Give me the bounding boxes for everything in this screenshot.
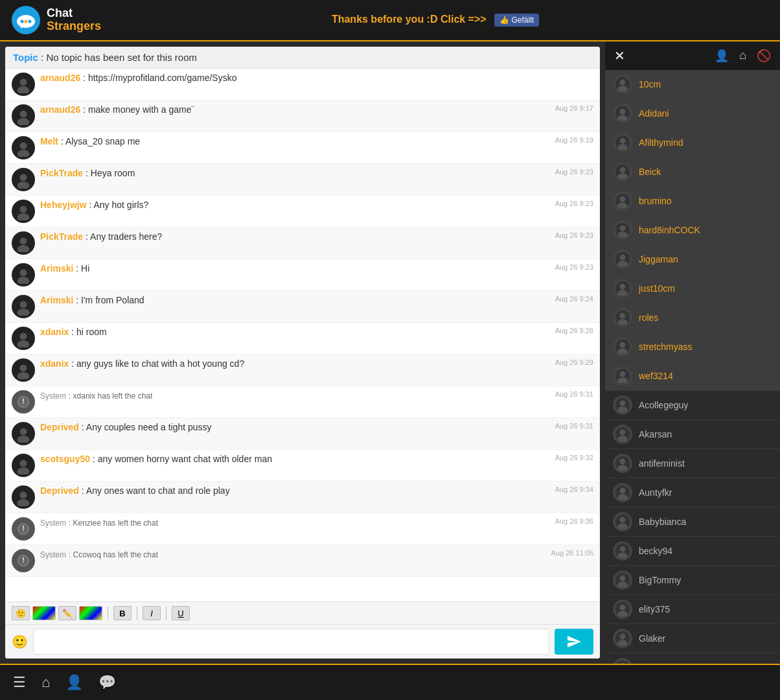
user-name: becky94 [639,546,672,556]
user-name: Glaker [639,633,665,644]
user-avatar-icon [615,281,630,296]
ban-icon[interactable]: 🚫 [757,49,771,63]
header-center: Thanks before you :D Click =>> 👍 Gefällt [101,14,770,27]
user-list-item[interactable]: BigTommy [605,566,780,595]
username[interactable]: Deprived [40,485,79,496]
bold-button[interactable]: B [113,606,132,620]
user-avatar [613,600,632,619]
user-list-item[interactable]: Acollegeguy [605,391,780,420]
username[interactable]: Heheyjwjw [40,200,87,210]
user-avatar [613,75,632,94]
edit-button[interactable]: ✏️ [58,606,76,620]
user-avatar [12,231,35,255]
chat-nav-button[interactable]: 💬 [98,674,116,691]
svg-point-54 [620,109,626,115]
username[interactable]: scotsguy50 [40,454,90,464]
toolbar-separator [108,607,108,620]
user-list-item[interactable]: Beick [605,158,780,187]
timestamp: Aug 26 9:23 [555,168,593,176]
timestamp: Aug 26 9:17 [555,104,593,112]
user-list-item[interactable]: Afilthymind [605,128,780,158]
user-avatar-icon [615,515,630,529]
username[interactable]: arnaud26 [40,104,80,115]
user-name: Acollegeguy [639,400,688,410]
user-list-item[interactable]: Adidani [605,99,780,128]
message-content: Heheyjwjw : Any hot girls? [40,200,593,210]
svg-point-24 [20,269,27,276]
user-list-item[interactable]: Glaker [605,624,780,653]
sidebar-icons: 👤 ⌂ 🚫 [715,49,771,63]
sidebar-header: ✕ 👤 ⌂ 🚫 [605,41,780,70]
user-list-item[interactable]: wef3214 [605,362,780,391]
user-avatar-icon [615,456,630,471]
bottom-nav: ☰ ⌂ 👤 💬 [0,664,780,700]
user-avatar-icon [615,369,630,383]
user-list-item[interactable]: Danny45 [605,653,780,664]
like-button[interactable]: 👍 Gefällt [494,14,539,27]
message-content: Melt : Alysa_20 snap me [40,136,593,146]
username[interactable]: PickTrade [40,231,83,242]
user-avatar-icon [615,194,630,208]
home-icon[interactable]: ⌂ [739,49,746,63]
message-item: PickTrade : Any traders here? Aug 26 9:2… [5,228,600,259]
main-layout: Topic : No topic has been set for this r… [0,41,780,664]
user-list-item[interactable]: roles [605,303,780,332]
user-nav-button[interactable]: 👤 [65,674,83,691]
color-button[interactable] [32,606,56,620]
menu-button[interactable]: ☰ [13,674,26,691]
username[interactable]: PickTrade [40,168,83,178]
user-list-item[interactable]: brumino [605,187,780,216]
italic-button[interactable]: I [143,606,161,620]
user-list-item[interactable]: 10cm [605,70,780,99]
svg-point-3 [25,20,28,23]
user-list-item[interactable]: antifeminist [605,449,780,478]
user-list-item[interactable]: just10cm [605,274,780,303]
color-button-2[interactable] [79,606,102,620]
logo-icon [10,5,41,36]
messages-container[interactable]: arnaud26 : https://myprofitland.com/game… [5,69,600,601]
user-list-item[interactable]: Akarsan [605,420,780,449]
message-text: : Any traders here? [86,231,162,242]
user-profile-icon[interactable]: 👤 [715,49,729,63]
user-list-item[interactable]: hard8inhCOCK [605,216,780,245]
username[interactable]: Deprived [40,422,79,432]
close-button[interactable]: ✕ [614,48,625,64]
username[interactable]: Arimski [40,295,73,305]
svg-point-60 [620,167,626,173]
user-avatar [613,279,632,298]
user-list-item[interactable]: becky94 [605,537,780,566]
username[interactable]: arnaud26 [40,73,80,83]
emoji-button[interactable]: 🙂 [12,634,28,649]
user-list-item[interactable]: stretchmyass [605,332,780,362]
user-list[interactable]: 10cm Adidani Afilthymind B [605,70,780,664]
message-content: System : Ccowoq has left the chat [40,549,593,559]
topic-bar: Topic : No topic has been set for this r… [5,47,600,69]
avatar-icon [14,234,32,252]
svg-point-105 [620,605,626,611]
username[interactable]: Arimski [40,263,73,274]
avatar-icon [14,170,32,189]
user-avatar-icon [615,106,630,121]
user-list-item[interactable]: Babybianca [605,508,780,537]
underline-button[interactable]: U [172,606,190,620]
user-list-item[interactable]: Jiggaman [605,245,780,274]
send-button[interactable] [555,629,593,655]
chat-input[interactable] [33,629,549,655]
user-name: stretchmyass [639,342,692,352]
home-nav-button[interactable]: ⌂ [41,674,50,691]
user-list-item[interactable]: elity375 [605,595,780,624]
system-username: System [40,391,66,401]
svg-point-15 [20,174,27,181]
logo-chat-label: Chat [47,7,101,20]
message-item: Deprived : Any couples need a tight puss… [5,418,600,450]
svg-point-66 [620,226,626,231]
user-list-item[interactable]: Auntyfkr [605,478,780,508]
username[interactable]: xdanix [40,327,69,337]
message-text: : any women horny want chat with older m… [93,454,272,464]
username[interactable]: xdanix [40,358,69,369]
avatar-icon [14,298,32,316]
emoji-format-button[interactable]: 🙂 [12,606,30,620]
username[interactable]: Melt [40,136,58,146]
right-sidebar: ✕ 👤 ⌂ 🚫 10cm Adidani [605,41,780,664]
user-avatar [613,220,632,240]
